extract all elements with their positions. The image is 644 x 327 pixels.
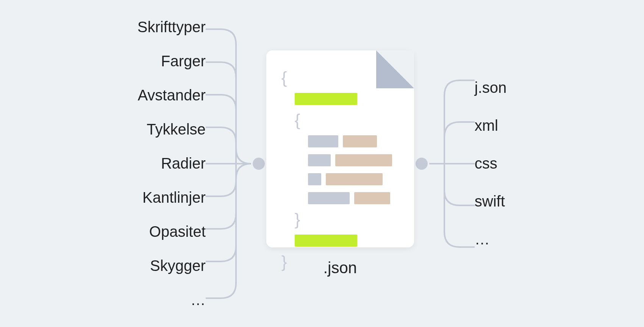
output-item: j.son <box>475 79 507 96</box>
code-bar <box>308 173 321 185</box>
input-item: Farger <box>161 53 206 70</box>
output-item: … <box>475 231 490 248</box>
input-item: Skygger <box>150 257 206 274</box>
connector-right <box>414 69 475 258</box>
code-bar <box>308 135 338 147</box>
code-bar <box>295 93 357 105</box>
input-item: … <box>191 291 206 308</box>
input-item: Tykkelse <box>147 121 206 138</box>
code-bar <box>326 173 383 185</box>
file-center: { { } } .json <box>266 50 414 277</box>
open-brace-icon: { <box>295 112 300 128</box>
code-bar <box>308 192 350 204</box>
input-list: Skrifttyper Farger Avstander Tykkelse Ra… <box>138 19 206 308</box>
open-brace-icon: { <box>281 69 287 86</box>
input-item: Avstander <box>138 87 205 104</box>
output-list: j.son xml css swift … <box>475 79 507 248</box>
output-item: css <box>475 155 497 172</box>
output-item: xml <box>475 117 498 134</box>
input-item: Radier <box>161 155 206 172</box>
close-brace-icon: } <box>295 211 300 228</box>
input-item: Opasitet <box>149 223 206 240</box>
close-brace-icon: } <box>281 253 287 270</box>
input-item: Kantlinjer <box>142 189 206 206</box>
json-file-icon: { { } } <box>266 50 414 247</box>
svg-point-0 <box>253 158 265 170</box>
flow-diagram: Skrifttyper Farger Avstander Tykkelse Ra… <box>138 19 507 308</box>
connector-left <box>206 20 266 308</box>
input-item: Skrifttyper <box>138 19 206 36</box>
page-fold-icon <box>376 50 414 88</box>
code-bar <box>343 135 377 147</box>
output-item: swift <box>475 193 505 210</box>
code-bar <box>295 235 357 247</box>
code-bar <box>335 154 392 166</box>
code-representation: { { } } <box>281 69 399 270</box>
code-bar <box>354 192 390 204</box>
svg-point-1 <box>416 158 428 170</box>
code-bar <box>308 154 331 166</box>
